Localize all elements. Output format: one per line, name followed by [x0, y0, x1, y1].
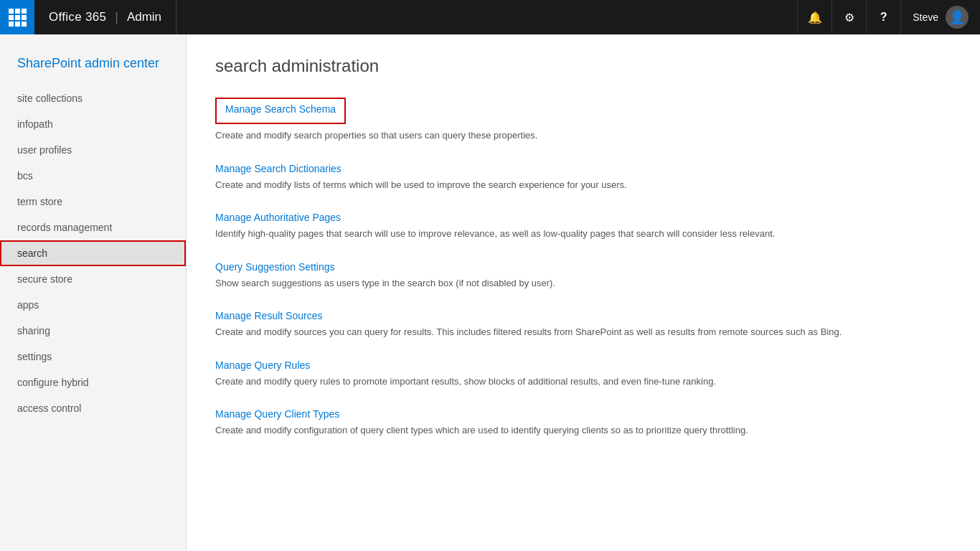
- sidebar-item-infopath[interactable]: infopath: [0, 111, 186, 137]
- sidebar-item-secure-store[interactable]: secure store: [0, 266, 186, 292]
- sidebar-item-settings[interactable]: settings: [0, 344, 186, 369]
- app-name: Office 365: [49, 10, 106, 24]
- manage-authoritative-pages-desc: Identify high-quality pages that search …: [215, 227, 918, 241]
- bell-icon: 🔔: [808, 11, 822, 24]
- manage-query-rules-link[interactable]: Manage Query Rules: [215, 359, 310, 371]
- manage-search-schema-desc: Create and modify search properties so t…: [215, 128, 918, 143]
- section-query-suggestion-settings: Query Suggestion SettingsShow search sug…: [215, 261, 951, 291]
- sidebar-item-sharing[interactable]: sharing: [0, 318, 186, 344]
- waffle-icon: [9, 9, 27, 27]
- sidebar-item-records-management[interactable]: records management: [0, 215, 186, 240]
- sidebar-item-apps[interactable]: apps: [0, 292, 186, 318]
- sidebar-item-term-store[interactable]: term store: [0, 189, 186, 215]
- user-name: Steve: [913, 11, 938, 23]
- notifications-button[interactable]: 🔔: [797, 0, 831, 34]
- user-menu[interactable]: Steve 👤: [900, 0, 980, 34]
- section-manage-search-schema: Manage Search SchemaCreate and modify se…: [215, 98, 951, 143]
- query-suggestion-settings-link[interactable]: Query Suggestion Settings: [215, 261, 335, 273]
- topbar-right: 🔔 ⚙ ? Steve 👤: [797, 0, 980, 34]
- manage-search-dictionaries-link[interactable]: Manage Search Dictionaries: [215, 163, 341, 174]
- manage-result-sources-link[interactable]: Manage Result Sources: [215, 310, 322, 321]
- sidebar-item-user-profiles[interactable]: user profiles: [0, 137, 186, 163]
- brand-separator: |: [115, 10, 118, 25]
- query-suggestion-settings-desc: Show search suggestions as users type in…: [215, 276, 918, 291]
- sidebar-item-search[interactable]: search: [0, 240, 186, 266]
- sidebar: SharePoint admin center site collections…: [0, 34, 187, 551]
- section-manage-search-dictionaries: Manage Search DictionariesCreate and mod…: [215, 163, 951, 192]
- section-manage-result-sources: Manage Result SourcesCreate and modify s…: [215, 310, 951, 339]
- manage-search-schema-link[interactable]: Manage Search Schema: [225, 103, 336, 115]
- section-name: Admin: [127, 10, 161, 24]
- help-icon: ?: [880, 11, 887, 24]
- sidebar-item-configure-hybrid[interactable]: configure hybrid: [0, 369, 186, 395]
- gear-icon: ⚙: [844, 11, 854, 24]
- manage-query-client-types-link[interactable]: Manage Query Client Types: [215, 408, 339, 420]
- sidebar-title[interactable]: SharePoint admin center: [0, 49, 186, 85]
- main-layout: SharePoint admin center site collections…: [0, 34, 980, 551]
- manage-query-rules-desc: Create and modify query rules to promote…: [215, 375, 918, 389]
- avatar-icon: 👤: [949, 9, 965, 25]
- highlighted-box: Manage Search Schema: [215, 98, 346, 124]
- waffle-button[interactable]: [0, 0, 34, 34]
- manage-search-dictionaries-desc: Create and modify lists of terms which w…: [215, 178, 918, 192]
- page-title: search administration: [215, 56, 951, 76]
- manage-result-sources-desc: Create and modify sources you can query …: [215, 325, 918, 339]
- manage-query-client-types-desc: Create and modify configuration of query…: [215, 423, 918, 438]
- avatar: 👤: [946, 6, 969, 29]
- section-manage-query-client-types: Manage Query Client TypesCreate and modi…: [215, 408, 951, 438]
- sidebar-item-access-control[interactable]: access control: [0, 395, 186, 421]
- sidebar-item-bcs[interactable]: bcs: [0, 163, 186, 189]
- app-brand: Office 365 | Admin: [34, 0, 176, 34]
- settings-button[interactable]: ⚙: [831, 0, 866, 34]
- manage-authoritative-pages-link[interactable]: Manage Authoritative Pages: [215, 212, 341, 223]
- main-content: search administration Manage Search Sche…: [187, 34, 980, 551]
- help-button[interactable]: ?: [866, 0, 900, 34]
- section-manage-query-rules: Manage Query RulesCreate and modify quer…: [215, 359, 951, 389]
- sidebar-item-site-collections[interactable]: site collections: [0, 85, 186, 111]
- section-manage-authoritative-pages: Manage Authoritative PagesIdentify high-…: [215, 212, 951, 241]
- topbar: Office 365 | Admin 🔔 ⚙ ? Steve 👤: [0, 0, 980, 34]
